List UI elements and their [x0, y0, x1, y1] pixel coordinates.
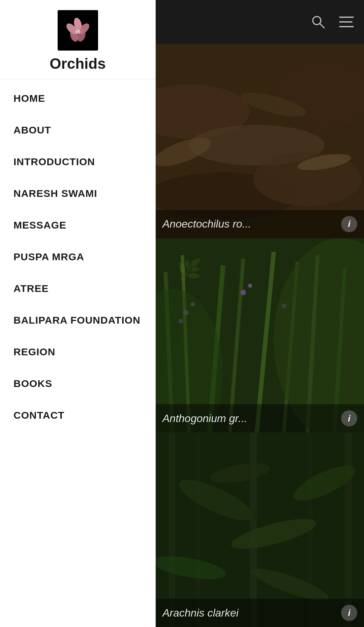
sidebar-item-atree[interactable]: ATREE	[0, 273, 155, 304]
sidebar-item-home[interactable]: HOME	[0, 83, 155, 114]
gallery-item-2[interactable]: Anthogonium gr... i	[156, 238, 364, 433]
gallery-panel: Anoectochilus ro... i	[156, 0, 364, 627]
gallery-item-3[interactable]: Arachnis clarkei i	[156, 432, 364, 627]
sidebar-item-naresh-swami[interactable]: NARESH SWAMI	[0, 178, 155, 209]
sidebar-item-introduction[interactable]: INTRODUCTION	[0, 146, 155, 178]
app-title: Orchids	[50, 55, 105, 72]
svg-rect-45	[156, 432, 364, 627]
gallery-caption-1: Anoectochilus ro... i	[156, 210, 364, 238]
sidebar-header: Orchids	[0, 0, 155, 79]
sidebar-item-puspa-mrga[interactable]: PUSPA MRGA	[0, 241, 155, 273]
sidebar: Orchids HOME ABOUT INTRODUCTION NARESH S…	[0, 0, 156, 627]
svg-point-53	[77, 31, 79, 33]
sidebar-item-contact[interactable]: CONTACT	[0, 399, 155, 431]
svg-rect-32	[156, 238, 364, 433]
sidebar-item-message[interactable]: MESSAGE	[0, 209, 155, 241]
caption-text-1: Anoectochilus ro...	[162, 218, 251, 230]
gallery-header	[156, 0, 364, 44]
app-logo	[58, 10, 98, 51]
info-icon-1[interactable]: i	[341, 216, 357, 232]
sidebar-item-about[interactable]: ABOUT	[0, 114, 155, 146]
caption-text-2: Anthogonium gr...	[162, 412, 247, 425]
gallery-item-1[interactable]: Anoectochilus ro... i	[156, 44, 364, 238]
sidebar-item-region[interactable]: REGION	[0, 336, 155, 368]
info-icon-3[interactable]: i	[341, 605, 357, 621]
svg-line-1	[320, 24, 324, 28]
sidebar-item-balipara-foundation[interactable]: BALIPARA FOUNDATION	[0, 304, 155, 336]
sidebar-nav: HOME ABOUT INTRODUCTION NARESH SWAMI MES…	[0, 79, 155, 627]
gallery-caption-3: Arachnis clarkei i	[156, 599, 364, 627]
menu-button[interactable]	[339, 16, 354, 28]
info-icon-2[interactable]: i	[341, 410, 357, 426]
caption-text-3: Arachnis clarkei	[162, 607, 239, 619]
gallery-caption-2: Anthogonium gr... i	[156, 404, 364, 432]
sidebar-item-books[interactable]: BOOKS	[0, 368, 155, 399]
search-button[interactable]	[311, 14, 326, 29]
gallery-images: Anoectochilus ro... i	[156, 44, 364, 627]
